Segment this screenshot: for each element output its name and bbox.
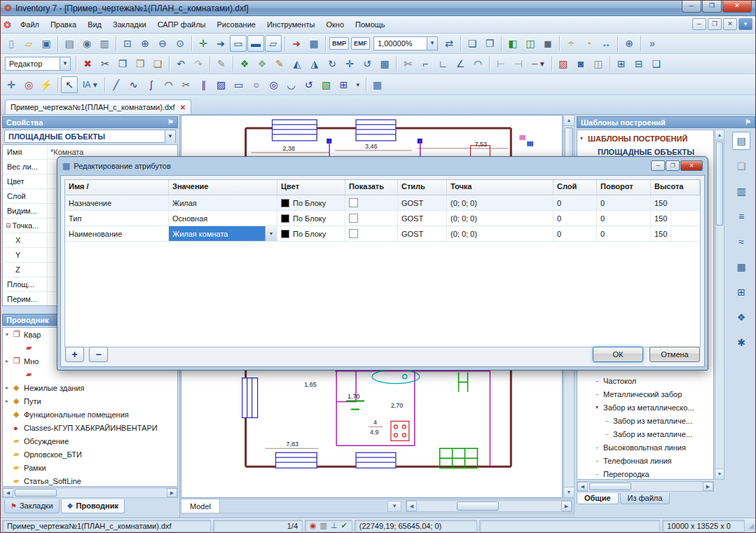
object-type-combobox[interactable]: ПЛОЩАДНЫЕ ОБЪЕКТЫ ▼ — [4, 130, 176, 143]
tree-arrow-icon[interactable]: – — [605, 431, 613, 437]
dim-right-icon[interactable]: ⊣ — [510, 55, 527, 72]
hatch-tool[interactable]: ▨ — [213, 76, 230, 93]
pin-icon[interactable]: ⚑ — [167, 118, 174, 126]
tree-item[interactable]: ▸ ◆ Нежилые здания — [3, 381, 177, 394]
attr-height-cell[interactable]: 150 — [651, 195, 671, 210]
spline-tool[interactable]: ʃ — [143, 76, 160, 93]
zoom-window-icon[interactable]: ⊡ — [119, 35, 136, 52]
sheet-icon[interactable]: ❏ — [464, 35, 481, 52]
edit-node-icon[interactable]: ✎ — [271, 55, 288, 72]
select-polygon-icon[interactable]: ▱ — [265, 35, 282, 52]
line-style-combo[interactable]: ─ ▾ — [528, 55, 549, 72]
layers-panel-icon[interactable]: ≡ — [732, 207, 750, 226]
region-dark-icon[interactable]: ◼ — [539, 35, 556, 52]
column-header[interactable]: Поворот — [597, 180, 651, 195]
tree-arrow-icon[interactable]: ▾ — [596, 404, 603, 410]
show-checkbox[interactable] — [349, 214, 358, 223]
tree-arrow-icon[interactable]: – — [596, 378, 603, 384]
zoom-in-icon[interactable]: ⊕ — [137, 35, 153, 52]
scroll-down-icon[interactable]: ▼ — [715, 469, 724, 479]
move-icon[interactable]: ✛ — [341, 55, 358, 72]
toolbar-overflow-icon[interactable]: » — [644, 35, 661, 52]
attr-table-icon[interactable]: ⊞ — [613, 55, 630, 72]
edit-status-icon[interactable]: ✔ — [341, 521, 348, 530]
delete-icon[interactable]: ✖ — [79, 55, 96, 72]
crosshair-icon[interactable]: ⊕ — [621, 35, 638, 52]
array-icon[interactable]: ▦ — [376, 55, 393, 72]
templates-hscrollbar[interactable]: ◀ ▶ — [577, 481, 714, 492]
tab-bookmarks[interactable]: ⚑ Закладки — [4, 499, 60, 513]
editor-combobox[interactable]: Редактор ▼ — [5, 57, 71, 71]
copy-icon[interactable]: ❐ — [114, 55, 131, 72]
measure-icon[interactable]: ◔ — [580, 35, 597, 52]
fillet-icon[interactable]: ◠ — [469, 55, 486, 72]
show-checkbox[interactable] — [349, 198, 358, 207]
block-tool[interactable]: ⊞ — [336, 76, 352, 93]
paste-special-icon[interactable]: ❏ — [149, 55, 166, 72]
arc-tool[interactable]: ◠ — [160, 76, 177, 93]
line-tool[interactable]: ╱ — [108, 76, 125, 93]
osnap-status-icon[interactable]: ◉ — [310, 521, 317, 530]
resize-grip[interactable]: ◢ — [748, 522, 754, 529]
tree-item[interactable]: ▰ Рамки — [3, 461, 177, 474]
extend-icon[interactable]: ⌐ — [417, 55, 434, 72]
attr-point-cell[interactable]: (0; 0; 0) — [447, 226, 554, 241]
mdi-close-button[interactable]: ✕ — [723, 18, 737, 30]
pin-icon[interactable]: ◎ — [20, 76, 37, 93]
tree-arrow-icon[interactable]: ▸ — [6, 385, 13, 391]
tree-arrow-icon[interactable]: ▸ — [6, 398, 13, 404]
attr-rotation-cell[interactable]: 0 — [597, 195, 651, 210]
dim-left-icon[interactable]: ⊢ — [493, 55, 509, 72]
open-folder-icon[interactable]: ▱ — [20, 35, 37, 52]
remove-attribute-button[interactable]: − — [89, 347, 108, 362]
tab-explorer[interactable]: ❖ Проводник — [61, 499, 125, 513]
close-icon[interactable]: ✕ — [180, 104, 186, 111]
attr-layer-cell[interactable]: 0 — [554, 226, 597, 241]
cancel-button[interactable]: Отмена — [650, 347, 700, 362]
attr-value-cell[interactable]: Жилая комната ▼ — [169, 226, 277, 241]
regen-icon[interactable]: ➜ — [212, 35, 229, 52]
clear-style-icon[interactable]: ◫ — [590, 55, 607, 72]
dialog-titlebar[interactable]: ▦ Редактирование атрибутов ─❐✕ — [57, 157, 708, 174]
app-menu-icon[interactable]: ❂ — [4, 20, 11, 30]
menu-item[interactable]: Вид — [82, 18, 107, 31]
table-tool[interactable]: ▦ — [369, 76, 386, 93]
apply-scale-icon[interactable]: ⇄ — [441, 35, 458, 52]
menu-item[interactable]: САПР файлы — [152, 18, 212, 31]
mirror-icon[interactable]: ◭ — [289, 55, 305, 72]
ungroup-icon[interactable]: ❖ — [254, 55, 270, 72]
rotate-ccw-icon[interactable]: ↺ — [359, 55, 376, 72]
templates-vscrollbar[interactable]: ▲ ▼ — [715, 130, 724, 480]
settings-panel-icon[interactable]: ✱ — [732, 333, 750, 352]
select-tool[interactable]: ↖ — [61, 76, 78, 93]
width-icon[interactable]: ↔ — [598, 35, 614, 52]
model-tab[interactable]: Model — [181, 499, 220, 513]
maximize-button[interactable]: ❐ — [702, 1, 722, 13]
tree-arrow-icon[interactable]: – — [596, 444, 603, 450]
tree-arrow-icon[interactable]: ▸ — [6, 358, 13, 364]
pan-icon[interactable]: ✛ — [195, 35, 212, 52]
tree-item[interactable]: ▾ Забор из металлическо... — [577, 401, 713, 414]
attr-list-icon[interactable]: ⊟ — [631, 55, 647, 72]
cloud-tool[interactable]: ↺ — [301, 76, 317, 93]
tree-arrow-icon[interactable]: ▾ — [6, 331, 13, 338]
hatch-edit-icon[interactable]: ▨ — [555, 55, 572, 72]
attr-color-cell[interactable]: По Блоку — [277, 211, 345, 226]
attr-style-cell[interactable]: GOST — [398, 195, 447, 210]
tree-item[interactable]: ▸ ◆ Пути — [3, 394, 177, 408]
value-combo-button[interactable]: ▼ — [265, 226, 277, 241]
close-button[interactable]: ✕ — [722, 1, 752, 13]
parallel-tool[interactable]: ∥ — [195, 76, 212, 93]
column-header[interactable]: Показать — [345, 180, 398, 195]
table-panel-icon[interactable]: ⊞ — [732, 283, 750, 301]
tree-item[interactable]: – Высоковольтная линия — [577, 441, 713, 454]
region-fill-icon[interactable]: ◧ — [504, 35, 521, 52]
tree-arrow-icon[interactable]: – — [596, 391, 603, 397]
tree-arrow-icon[interactable]: ▾ — [580, 135, 588, 141]
attr-point-cell[interactable]: (0; 0; 0) — [447, 195, 554, 210]
document-tab[interactable]: Пример_чертежа№1(ПЛАН_с_комнатами).dxf ✕ — [5, 99, 191, 114]
dialog-close-button[interactable]: ✕ — [680, 160, 703, 171]
tree-arrow-icon[interactable]: – — [596, 457, 603, 464]
print-icon[interactable]: ▤ — [61, 35, 78, 52]
menu-item[interactable]: Рисование — [212, 18, 261, 31]
